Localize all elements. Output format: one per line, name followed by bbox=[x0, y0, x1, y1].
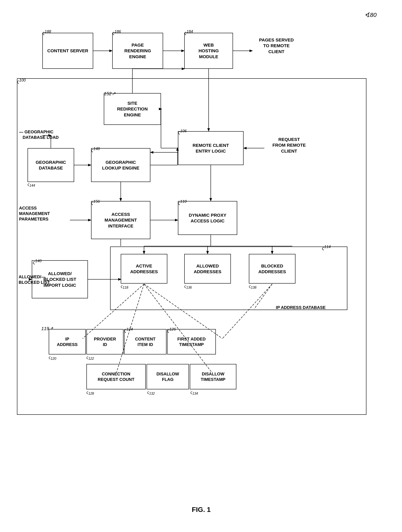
outer-box-ref: ς100 bbox=[17, 78, 26, 84]
provider-id-ref: ς122 bbox=[86, 355, 94, 361]
provider-id-field: PROVIDERID bbox=[86, 329, 123, 355]
content-item-ref: ς124 bbox=[124, 327, 133, 334]
access-params-label: ACCESSMANAGEMENTPARAMETERS bbox=[19, 205, 70, 222]
dynamic-proxy-box: DYNAMIC PROXYACCESS LOGIC bbox=[178, 201, 237, 235]
import-ref: ς140 bbox=[33, 259, 41, 265]
disallow-flag-ref: ς132 bbox=[147, 390, 155, 395]
web-hosting-box: WEBHOSTINGMODULE bbox=[184, 33, 233, 69]
web-hosting-ref: ς184 bbox=[184, 29, 193, 36]
blocked-addr-ref: ς138 bbox=[249, 284, 257, 290]
disallow-ts-ref: ς134 bbox=[190, 390, 198, 395]
page-rendering-ref: ς186 bbox=[112, 29, 121, 36]
ip-db-ref: ς114 bbox=[322, 244, 331, 251]
geo-db-load-label: — GEOGRAPHIC DATABASE LOAD bbox=[19, 129, 72, 140]
geo-db-ref: ς144 bbox=[27, 182, 35, 188]
remote-client-ref: ς106 bbox=[178, 129, 187, 135]
active-addr-ref: ς118 bbox=[121, 284, 128, 290]
active-addresses-box: ACTIVEADDRESSES bbox=[121, 254, 167, 284]
site-redir-ref: 152↗ bbox=[104, 91, 116, 96]
conn-req-ref: ς128 bbox=[86, 390, 94, 395]
blocked-addresses-box: BLOCKEDADDRESSES bbox=[249, 254, 295, 284]
content-server-box: CONTENT SERVER bbox=[42, 33, 93, 69]
request-label: REQUESTFROM REMOTECLIENT bbox=[265, 137, 313, 154]
geo-lookup-box: GEOGRAPHICLOOKUP ENGINE bbox=[91, 148, 150, 182]
connection-req-field: CONNECTIONREQUEST COUNT bbox=[86, 364, 146, 389]
geo-database-box: GEOGRAPHICDATABASE bbox=[27, 148, 74, 182]
pages-served-label: PAGES SERVEDTO REMOTECLIENT bbox=[253, 37, 300, 54]
content-server-ref: ς188 bbox=[42, 29, 51, 36]
page-rendering-box: PAGERENDERINGENGINE bbox=[112, 33, 163, 69]
ip-address-field: IPADDRESS bbox=[49, 329, 86, 355]
access-mgmt-ref: ς156 bbox=[91, 199, 100, 206]
allowed-addr-ref: ς136 bbox=[184, 284, 192, 290]
geo-lookup-ref: ς148 bbox=[91, 146, 100, 153]
diagram: 180 ↙ CONTENT SERVER ς188 PAGERENDERINGE… bbox=[0, 0, 402, 532]
disallow-ts-field: DISALLOWTIMESTAMP bbox=[190, 364, 236, 389]
access-mgmt-box: ACCESSMANAGEMENTINTERFACE bbox=[91, 201, 150, 239]
allowed-blocked-label: ALLOWED/—BLOCKED LIST bbox=[19, 274, 63, 285]
allowed-addresses-box: ALLOWEDADDRESSES bbox=[184, 254, 231, 284]
disallow-flag-field: DISALLOWFLAG bbox=[147, 364, 189, 389]
ip-db-label: IP ADDRESS DATABASE bbox=[269, 305, 332, 310]
first-added-ref: ς126 bbox=[167, 327, 176, 334]
figure-label: FIG. 1 bbox=[174, 506, 229, 513]
dynamic-proxy-ref: ς110 bbox=[178, 199, 187, 206]
ip-addr-field-ref: ς120 bbox=[49, 355, 56, 361]
remote-client-entry-box: REMOTE CLIENTENTRY LOGIC bbox=[178, 131, 244, 165]
site-redirection-box: SITEREDIRECTIONENGINE bbox=[104, 93, 161, 125]
